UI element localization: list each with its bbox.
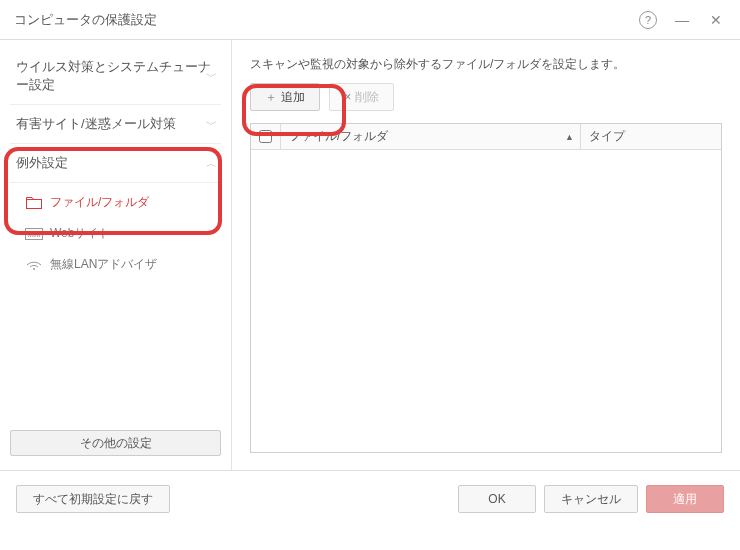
www-icon: www [24, 228, 44, 240]
column-select-all[interactable] [251, 124, 281, 149]
chevron-down-icon: ﹀ [206, 69, 217, 84]
exceptions-sublist: ファイル/フォルダ www Webサイト 無線LANアドバイザ [10, 183, 221, 286]
svg-point-3 [33, 268, 35, 270]
close-icon[interactable]: ✕ [706, 10, 726, 30]
description-text: スキャンや監視の対象から除外するファイル/フォルダを設定します。 [250, 56, 722, 73]
svg-text:www: www [27, 231, 42, 237]
minimize-icon[interactable]: — [672, 10, 692, 30]
sidebar: ウイルス対策とシステムチューナー設定 ﹀ 有害サイト/迷惑メール対策 ﹀ 例外設… [0, 40, 232, 470]
sidebar-item-label: Webサイト [50, 225, 110, 242]
delete-button: ×削除 [329, 83, 394, 111]
footer: すべて初期設定に戻す OK キャンセル 適用 [0, 470, 740, 548]
nav-group-label: 例外設定 [16, 154, 68, 172]
cancel-button[interactable]: キャンセル [544, 485, 638, 513]
nav-group-virus[interactable]: ウイルス対策とシステムチューナー設定 ﹀ [10, 48, 221, 105]
x-icon: × [344, 90, 351, 104]
titlebar: コンピュータの保護設定 ? — ✕ [0, 0, 740, 40]
apply-button[interactable]: 適用 [646, 485, 724, 513]
delete-button-label: 削除 [355, 90, 379, 104]
nav-group-exceptions[interactable]: 例外設定 ︿ [10, 144, 221, 183]
folder-icon [24, 197, 44, 209]
main-panel: スキャンや監視の対象から除外するファイル/フォルダを設定します。 ＋追加 ×削除… [232, 40, 740, 470]
wifi-icon [24, 259, 44, 271]
nav-group-label: 有害サイト/迷惑メール対策 [16, 115, 176, 133]
sidebar-item-label: 無線LANアドバイザ [50, 256, 157, 273]
chevron-down-icon: ﹀ [206, 117, 217, 132]
add-button[interactable]: ＋追加 [250, 83, 320, 111]
add-button-label: 追加 [281, 90, 305, 104]
help-icon[interactable]: ? [638, 10, 658, 30]
svg-rect-0 [27, 199, 42, 208]
nav-group-harmful[interactable]: 有害サイト/迷惑メール対策 ﹀ [10, 105, 221, 144]
table-header: ファイル/フォルダ ▲ タイプ [251, 124, 721, 150]
sidebar-item-website[interactable]: www Webサイト [10, 218, 221, 249]
chevron-up-icon: ︿ [206, 156, 217, 171]
sort-asc-icon: ▲ [565, 132, 574, 142]
column-label: ファイル/フォルダ [289, 128, 388, 145]
column-file-folder[interactable]: ファイル/フォルダ ▲ [281, 124, 581, 149]
nav-group-label: ウイルス対策とシステムチューナー設定 [16, 58, 215, 94]
other-settings: その他の設定 [10, 430, 221, 456]
toolbar: ＋追加 ×削除 [250, 83, 722, 111]
sidebar-item-label: ファイル/フォルダ [50, 194, 149, 211]
column-label: タイプ [589, 128, 625, 145]
sidebar-item-wifi-advisor[interactable]: 無線LANアドバイザ [10, 249, 221, 280]
window-title: コンピュータの保護設定 [14, 11, 157, 29]
reset-defaults-button[interactable]: すべて初期設定に戻す [16, 485, 170, 513]
exclusion-table: ファイル/フォルダ ▲ タイプ [250, 123, 722, 453]
select-all-checkbox[interactable] [259, 130, 272, 143]
sidebar-item-file-folder[interactable]: ファイル/フォルダ [10, 187, 221, 218]
column-type[interactable]: タイプ [581, 124, 721, 149]
ok-button[interactable]: OK [458, 485, 536, 513]
plus-icon: ＋ [265, 90, 277, 104]
other-settings-button[interactable]: その他の設定 [10, 430, 221, 456]
